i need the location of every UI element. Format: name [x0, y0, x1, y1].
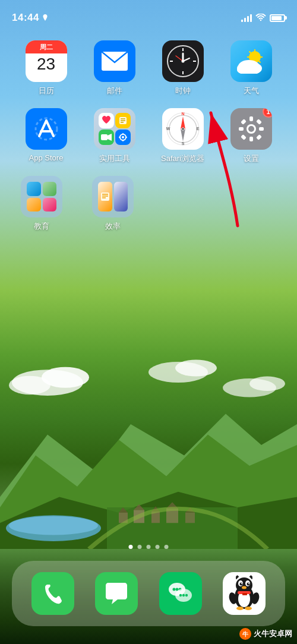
- app-utilities[interactable]: 实用工具: [88, 108, 141, 164]
- weather-label: 天气: [244, 86, 259, 96]
- svg-rect-73: [256, 119, 262, 125]
- messages-dock-icon[interactable]: [95, 572, 138, 615]
- dock-messages[interactable]: [95, 572, 138, 615]
- efficiency-label: 效率: [105, 221, 121, 232]
- education-label: 教育: [34, 221, 49, 232]
- clock-face-svg: [167, 45, 199, 77]
- dock-wechat[interactable]: [159, 572, 202, 615]
- svg-point-53: [122, 136, 124, 138]
- mail-icon[interactable]: [94, 40, 135, 82]
- page-dot-2: [138, 545, 142, 549]
- health-mini-icon: [101, 115, 112, 126]
- education-mini-grid: [21, 176, 62, 217]
- svg-text:牛: 牛: [242, 631, 249, 637]
- location-icon: [42, 14, 49, 21]
- folder-mini-notes: [100, 192, 110, 201]
- weather-cloud-sun-svg: [236, 49, 267, 74]
- app-grid: 周二 23 日历 邮件: [0, 34, 297, 250]
- wechat-dock-icon[interactable]: [159, 572, 202, 615]
- svg-point-76: [248, 126, 254, 132]
- safari-icon[interactable]: N S E W: [162, 108, 204, 150]
- facetime-mini-icon: [101, 133, 112, 141]
- utilities-icon[interactable]: [94, 108, 135, 150]
- calendar-day-label: 周二: [26, 40, 67, 53]
- settings-icon[interactable]: 1: [230, 108, 272, 150]
- mountain-background: [0, 341, 297, 549]
- dock-phone[interactable]: [31, 572, 74, 615]
- watermark: 牛 火牛安卓网: [239, 627, 292, 640]
- svg-line-39: [249, 52, 251, 53]
- svg-text:N: N: [181, 112, 184, 116]
- app-row-3: 教育 效率: [12, 176, 285, 232]
- messages-bubble-svg: [103, 580, 129, 607]
- settings-label: 设置: [244, 153, 259, 164]
- wifi-icon: [255, 14, 266, 22]
- svg-rect-12: [185, 513, 195, 523]
- page-dots: [129, 545, 169, 549]
- app-education-folder[interactable]: 教育: [15, 176, 68, 232]
- app-mail[interactable]: 邮件: [88, 40, 141, 96]
- app-settings[interactable]: 1 设置: [225, 108, 278, 164]
- watermark-bull-icon: 牛: [239, 627, 252, 640]
- calendar-icon[interactable]: 周二 23: [26, 40, 67, 82]
- svg-point-22: [249, 377, 285, 392]
- svg-point-103: [245, 607, 252, 610]
- efficiency-folder-icon[interactable]: [92, 176, 134, 217]
- svg-point-18: [9, 376, 50, 395]
- clock-icon[interactable]: [162, 40, 204, 82]
- svg-rect-77: [101, 192, 109, 201]
- svg-point-96: [247, 582, 250, 585]
- app-efficiency-folder[interactable]: 效率: [86, 176, 140, 232]
- calendar-label: 日历: [39, 86, 54, 96]
- svg-rect-71: [259, 127, 264, 131]
- safari-label: Safari浏览器: [161, 153, 204, 164]
- dock-qq[interactable]: [223, 572, 266, 615]
- page-dot-3: [147, 545, 151, 549]
- app-clock[interactable]: 时钟: [156, 40, 210, 96]
- svg-point-89: [185, 594, 188, 596]
- svg-point-33: [181, 60, 184, 63]
- qq-dock-icon[interactable]: [223, 572, 266, 615]
- svg-point-83: [172, 588, 175, 591]
- svg-point-95: [240, 582, 243, 585]
- svg-text:E: E: [196, 127, 199, 131]
- utilities-mini-grid: [94, 108, 135, 150]
- svg-point-88: [182, 594, 185, 596]
- svg-point-92: [236, 577, 252, 593]
- mail-label: 邮件: [107, 86, 122, 96]
- education-folder-icon[interactable]: [21, 176, 62, 217]
- utilities-label: 实用工具: [99, 153, 130, 164]
- svg-point-87: [179, 594, 182, 596]
- status-icons: [241, 14, 285, 22]
- signal-bars: [241, 14, 252, 22]
- wechat-bubbles-svg: [167, 580, 194, 607]
- svg-point-102: [236, 607, 244, 610]
- notes-mini-icon: [118, 116, 128, 125]
- svg-point-97: [241, 583, 242, 584]
- app-weather[interactable]: 天气: [225, 40, 278, 96]
- app-calendar[interactable]: 周二 23 日历: [20, 40, 73, 96]
- svg-point-66: [182, 128, 184, 130]
- app-row-2: App Store: [12, 108, 285, 164]
- settings-mini-icon: [118, 132, 128, 142]
- app-safari[interactable]: N S E W Safari浏览器: [156, 108, 210, 164]
- battery-icon: [270, 14, 285, 22]
- dock: [12, 561, 285, 626]
- svg-point-99: [242, 586, 247, 589]
- efficiency-mini-grid: [92, 176, 134, 217]
- settings-gear-svg: [238, 115, 265, 143]
- calendar-date-number: 23: [37, 56, 55, 72]
- svg-rect-75: [256, 134, 262, 140]
- phone-dock-icon[interactable]: [31, 572, 74, 615]
- mail-envelope-icon: [102, 52, 128, 71]
- app-appstore[interactable]: App Store: [20, 108, 73, 164]
- svg-rect-50: [101, 134, 108, 140]
- svg-rect-68: [249, 116, 253, 121]
- page-dot-5: [165, 545, 169, 549]
- appstore-icon[interactable]: [26, 108, 67, 150]
- appstore-a-icon: [33, 116, 59, 142]
- svg-text:W: W: [166, 127, 170, 131]
- watermark-text: 火牛安卓网: [254, 629, 292, 639]
- svg-rect-69: [249, 137, 253, 141]
- weather-icon[interactable]: [230, 40, 272, 82]
